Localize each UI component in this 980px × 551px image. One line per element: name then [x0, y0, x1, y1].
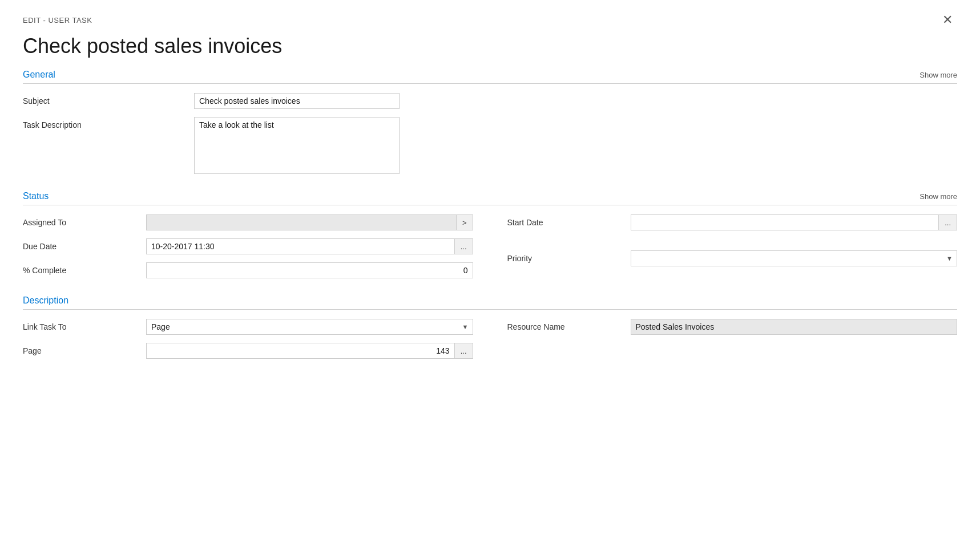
subject-label: Subject — [23, 93, 183, 109]
percent-complete-label: % Complete — [23, 262, 137, 275]
page-wrapper: ... — [146, 343, 473, 359]
start-date-label: Start Date — [507, 214, 622, 227]
due-date-input[interactable] — [146, 238, 455, 254]
percent-complete-input[interactable] — [146, 262, 473, 278]
status-section: Status Show more Assigned To > Due Date … — [23, 191, 957, 278]
start-date-input[interactable] — [631, 214, 939, 230]
link-task-to-wrapper: Page Record None ▼ — [146, 319, 473, 335]
description-left-col: Link Task To Page Record None ▼ Page ... — [23, 319, 473, 359]
description-section: Description Link Task To Page Record Non… — [23, 295, 957, 359]
status-section-header: Status Show more — [23, 191, 957, 205]
page-label: Page — [23, 343, 137, 355]
top-bar: EDIT - USER TASK ✕ — [23, 11, 957, 29]
general-section: General Show more Subject Task Descripti… — [23, 70, 957, 174]
general-section-header: General Show more — [23, 70, 957, 84]
page-title: Check posted sales invoices — [23, 34, 957, 58]
resource-name-label: Resource Name — [507, 319, 622, 331]
description-section-header: Description — [23, 295, 957, 310]
general-show-more-button[interactable]: Show more — [919, 71, 957, 79]
assigned-to-input[interactable] — [146, 214, 457, 230]
status-form: Assigned To > Due Date ... % Complete — [23, 214, 957, 278]
page-picker-button[interactable]: ... — [455, 343, 473, 359]
priority-select[interactable]: Low Medium High — [631, 250, 958, 266]
description-form: Link Task To Page Record None ▼ Page ... — [23, 319, 957, 359]
subject-input[interactable] — [194, 93, 400, 109]
priority-select-wrapper: Low Medium High ▼ — [631, 250, 958, 266]
link-task-to-select[interactable]: Page Record None — [146, 319, 473, 335]
general-form: Subject Task Description Take a look at … — [23, 93, 957, 174]
description-right-col: Resource Name — [507, 319, 958, 359]
assigned-to-nav-button[interactable]: > — [457, 214, 473, 230]
close-button[interactable]: ✕ — [938, 11, 957, 29]
link-task-to-label: Link Task To — [23, 319, 137, 331]
assigned-to-wrapper: > — [146, 214, 473, 230]
status-left-col: Assigned To > Due Date ... % Complete — [23, 214, 473, 278]
task-description-input[interactable]: Take a look at the list — [194, 117, 400, 174]
description-section-title: Description — [23, 295, 68, 306]
due-date-label: Due Date — [23, 238, 137, 251]
start-date-picker-button[interactable]: ... — [939, 214, 957, 230]
status-right-col: Start Date ... Priority Low Medium High … — [507, 214, 958, 278]
resource-name-input — [631, 319, 958, 335]
due-date-wrapper: ... — [146, 238, 473, 254]
due-date-picker-button[interactable]: ... — [455, 238, 473, 254]
assigned-to-label: Assigned To — [23, 214, 137, 227]
priority-label: Priority — [507, 250, 622, 263]
general-section-title: General — [23, 70, 55, 80]
status-show-more-button[interactable]: Show more — [919, 192, 957, 201]
start-date-wrapper: ... — [631, 214, 958, 230]
status-section-title: Status — [23, 191, 49, 201]
task-description-label: Task Description — [23, 117, 183, 174]
page-input[interactable] — [146, 343, 455, 359]
edit-label: EDIT - USER TASK — [23, 16, 92, 25]
